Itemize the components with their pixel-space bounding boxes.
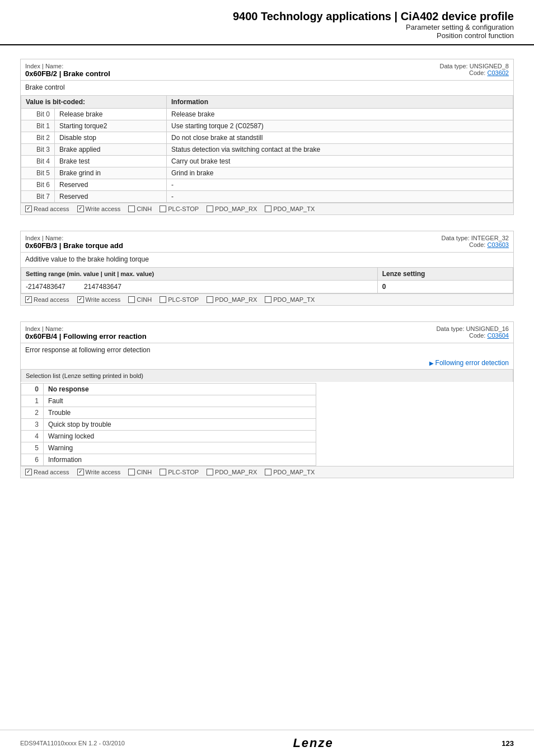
sel-row: 6 Information — [21, 454, 316, 466]
bit-row: Bit 4 Brake test Carry out brake test — [21, 156, 513, 167]
sel-header-note-3: (Lenze setting printed in bold) — [62, 372, 143, 379]
access-label: PDO_MAP_TX — [273, 296, 315, 303]
bit-number: Bit 3 — [21, 144, 55, 156]
access-item: PDO_MAP_TX — [265, 206, 315, 212]
bit-col-header-1: Value is bit-coded: — [21, 96, 167, 109]
page-subtitle2: Position control function — [20, 31, 514, 40]
access-label: PDO_MAP_RX — [215, 469, 257, 475]
page-title: 9400 Technology applications | CiA402 de… — [20, 10, 514, 23]
sel-header-row-3: Selection list (Lenze setting printed in… — [21, 369, 513, 382]
checkbox-unchecked-icon — [160, 206, 166, 212]
param-block-2: Index | Name: 0x60FB/3 | Brake torque ad… — [20, 231, 514, 306]
bit-row: Bit 5 Brake grind in Grind in brake — [21, 167, 513, 179]
range-min-2: -2147483647 2147483647 — [21, 281, 378, 293]
param-desc-2: Additive value to the brake holding torq… — [21, 253, 513, 266]
index-label-2: Index | Name: — [25, 235, 63, 241]
range-header-2: Setting range (min. value | unit | max. … — [21, 268, 378, 281]
bit-number: Bit 6 — [21, 179, 55, 191]
access-item: PDO_MAP_RX — [207, 206, 257, 212]
bit-name: Reserved — [55, 179, 167, 191]
bit-info: Release brake — [167, 109, 513, 120]
sel-number: 2 — [21, 407, 44, 419]
access-label: PDO_MAP_TX — [273, 469, 315, 475]
sel-name: Quick stop by trouble — [44, 419, 316, 431]
bit-info: Carry out brake test — [167, 156, 513, 167]
bit-name: Starting torque2 — [55, 120, 167, 132]
datatype-label-1: Data type: UNSIGNED_8 — [440, 63, 509, 69]
datatype-label-2: Data type: INTEGER_32 — [442, 235, 509, 241]
param-index-name-3: Index | Name: 0x60FB/4 | Following error… — [25, 325, 147, 340]
code-link-2[interactable]: C03603 — [487, 241, 509, 248]
sel-number: 5 — [21, 442, 44, 454]
sel-row: 3 Quick stop by trouble — [21, 419, 316, 431]
bit-col-header-info: Information — [167, 96, 513, 109]
checkbox-checked-icon — [25, 206, 32, 212]
page-content: Index | Name: 0x60FB/2 | Brake control D… — [0, 59, 534, 478]
checkbox-unchecked-icon — [207, 206, 213, 212]
access-item: CINH — [128, 469, 152, 475]
access-label: CINH — [137, 296, 152, 303]
access-item: Read access — [25, 206, 69, 212]
code-link-1[interactable]: C03602 — [487, 69, 509, 76]
bit-name: Brake grind in — [55, 167, 167, 179]
checkbox-checked-icon — [25, 469, 32, 475]
param-datatype-3: Data type: UNSIGNED_16 Code: C03604 — [436, 325, 509, 339]
following-error-link-container: Following error detection — [21, 357, 513, 369]
access-item: CINH — [128, 296, 152, 303]
param-block-1: Index | Name: 0x60FB/2 | Brake control D… — [20, 59, 514, 215]
access-label: Write access — [86, 296, 121, 303]
checkbox-unchecked-icon — [128, 469, 135, 475]
bit-number: Bit 7 — [21, 191, 55, 203]
bit-name: Brake test — [55, 156, 167, 167]
access-label: Write access — [86, 206, 121, 212]
bit-name: Reserved — [55, 191, 167, 203]
page-header: 9400 Technology applications | CiA402 de… — [0, 0, 534, 45]
index-label-3: Index | Name: — [25, 325, 63, 332]
checkbox-unchecked-icon — [160, 469, 166, 475]
following-error-link[interactable]: Following error detection — [429, 359, 509, 367]
access-item: PLC-STOP — [160, 296, 199, 303]
bit-number: Bit 1 — [21, 120, 55, 132]
checkbox-unchecked-icon — [265, 469, 271, 475]
sel-table-3: 0 No response 1 Fault 2 Trouble 3 Quick … — [21, 383, 316, 466]
bit-number: Bit 5 — [21, 167, 55, 179]
access-label: CINH — [137, 469, 152, 475]
checkbox-unchecked-icon — [207, 469, 213, 475]
access-label: PDO_MAP_RX — [215, 206, 257, 212]
sel-number: 3 — [21, 419, 44, 431]
range-table-2: Setting range (min. value | unit | max. … — [21, 267, 513, 293]
access-label: PDO_MAP_TX — [273, 206, 315, 212]
checkbox-unchecked-icon — [265, 296, 271, 303]
checkbox-unchecked-icon — [160, 296, 166, 303]
access-item: PDO_MAP_RX — [207, 296, 257, 303]
sel-row: 5 Warning — [21, 442, 316, 454]
access-bar-1: Read accessWrite accessCINHPLC-STOPPDO_M… — [21, 203, 513, 214]
bit-row: Bit 1 Starting torque2 Use starting torq… — [21, 120, 513, 132]
code-label-3: Code: — [469, 332, 485, 339]
bit-number: Bit 4 — [21, 156, 55, 167]
sel-number: 6 — [21, 454, 44, 466]
bit-row: Bit 0 Release brake Release brake — [21, 109, 513, 120]
lenze-logo: Lenze — [293, 736, 333, 750]
page-number: 123 — [502, 739, 514, 748]
checkbox-unchecked-icon — [128, 296, 135, 303]
bit-info: Use starting torque 2 (C02587) — [167, 120, 513, 132]
bit-row: Bit 2 Disable stop Do not close brake at… — [21, 132, 513, 144]
access-label: Read access — [34, 296, 69, 303]
access-label: Read access — [34, 469, 69, 475]
bit-name: Brake applied — [55, 144, 167, 156]
param-header-1: Index | Name: 0x60FB/2 | Brake control D… — [21, 59, 513, 81]
checkbox-checked-icon — [25, 296, 32, 303]
param-id-3: 0x60FB/4 | Following error reaction — [25, 332, 147, 340]
bit-info: Status detection via switching contact a… — [167, 144, 513, 156]
checkbox-unchecked-icon — [128, 206, 135, 212]
checkbox-unchecked-icon — [207, 296, 213, 303]
min-value: -2147483647 — [26, 283, 65, 291]
access-item: PLC-STOP — [160, 206, 199, 212]
access-bar-3: Read accessWrite accessCINHPLC-STOPPDO_M… — [21, 466, 513, 478]
bit-name: Release brake — [55, 109, 167, 120]
param-id-2: 0x60FB/3 | Brake torque add — [25, 241, 123, 250]
code-link-3[interactable]: C03604 — [487, 332, 509, 339]
access-label: Read access — [34, 206, 69, 212]
sel-row: 1 Fault — [21, 395, 316, 407]
